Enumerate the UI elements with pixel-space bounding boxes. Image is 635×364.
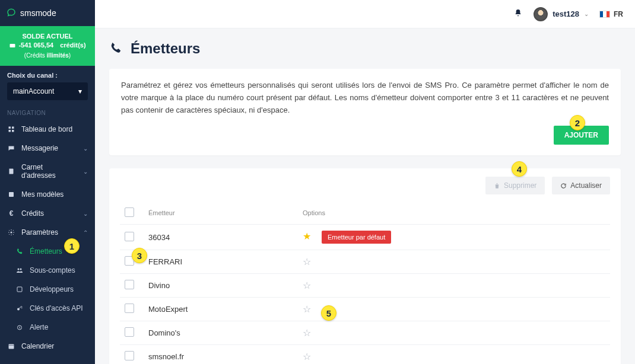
chat-icon bbox=[7, 144, 15, 152]
brand-icon bbox=[7, 9, 15, 17]
svg-point-7 bbox=[18, 269, 20, 270]
trash-icon bbox=[494, 183, 500, 189]
balance-note: (Crédits illimités) bbox=[5, 52, 90, 60]
row-checkbox[interactable] bbox=[125, 327, 134, 337]
nav-subaccounts[interactable]: Sous-comptes bbox=[0, 261, 95, 280]
channel-picker: Choix du canal : mainAccount ▾ bbox=[0, 66, 95, 100]
nav-calendar[interactable]: Calendrier bbox=[0, 337, 95, 356]
avatar bbox=[534, 7, 548, 21]
balance-title: SOLDE ACTUEL bbox=[5, 32, 90, 41]
book-icon bbox=[7, 167, 15, 175]
svg-rect-5 bbox=[9, 192, 14, 197]
svg-rect-1 bbox=[9, 127, 11, 129]
nav-messaging[interactable]: Messagerie⌄ bbox=[0, 139, 95, 158]
svg-point-10 bbox=[17, 308, 20, 311]
page-title-row: Émetteurs bbox=[109, 40, 621, 57]
col-sender: Émetteur bbox=[144, 202, 298, 225]
star-icon[interactable]: ☆ bbox=[303, 328, 311, 338]
svg-point-6 bbox=[11, 232, 12, 234]
flag-fr-icon bbox=[599, 11, 610, 18]
star-icon[interactable]: ☆ bbox=[303, 304, 311, 314]
row-checkbox[interactable] bbox=[125, 232, 134, 241]
users-icon bbox=[15, 266, 24, 274]
channel-select[interactable]: mainAccount ▾ bbox=[7, 82, 88, 100]
table-row: Domino's☆ bbox=[120, 321, 610, 345]
row-checkbox[interactable] bbox=[125, 304, 134, 313]
row-checkbox[interactable] bbox=[125, 351, 134, 360]
svg-rect-3 bbox=[9, 130, 11, 132]
balance-amount: -541 065,54 crédit(s) bbox=[5, 41, 90, 52]
grid-icon bbox=[7, 125, 15, 133]
table-row: MotoExpert☆ bbox=[120, 298, 610, 321]
calendar-icon bbox=[7, 342, 15, 350]
refresh-button[interactable]: Actualiser bbox=[552, 177, 610, 194]
topbar: test128 ⌄ FR bbox=[95, 0, 635, 28]
nav-templates[interactable]: Mes modèles bbox=[0, 185, 95, 204]
col-options: Options bbox=[298, 202, 610, 225]
svg-rect-9 bbox=[17, 287, 22, 292]
star-icon[interactable]: ☆ bbox=[303, 257, 311, 267]
nav-section-label: NAVIGATION bbox=[0, 100, 95, 120]
username: test128 bbox=[553, 9, 579, 18]
chevron-down-icon: ⌄ bbox=[83, 210, 88, 217]
chevron-down-icon: ⌄ bbox=[83, 145, 88, 152]
gear-icon bbox=[7, 228, 15, 237]
annotation-5: 5 bbox=[321, 305, 336, 321]
intro-text: Paramétrez et gérez vos émetteurs person… bbox=[121, 79, 609, 116]
svg-rect-2 bbox=[12, 127, 14, 129]
delete-button[interactable]: Supprimer bbox=[485, 177, 545, 194]
annotation-4: 4 bbox=[512, 161, 527, 177]
template-icon bbox=[7, 190, 15, 199]
nav-dashboard[interactable]: Tableau de bord bbox=[0, 120, 95, 139]
nav-list: Tableau de bord Messagerie⌄ Carnet d'adr… bbox=[0, 120, 95, 356]
star-icon[interactable]: ☆ bbox=[303, 352, 311, 362]
senders-table: Émetteur Options 36034★Emetteur par défa… bbox=[120, 202, 610, 364]
annotation-3: 3 bbox=[132, 248, 147, 263]
row-checkbox[interactable] bbox=[125, 280, 134, 289]
nav-developers[interactable]: Développeurs bbox=[0, 280, 95, 299]
row-sender-name: FERRARI bbox=[144, 250, 298, 274]
table-toolbar: Supprimer Actualiser bbox=[120, 177, 610, 194]
balance-box: SOLDE ACTUEL -541 065,54 crédit(s) (Créd… bbox=[0, 26, 95, 66]
default-badge: Emetteur par défaut bbox=[322, 231, 391, 244]
table-row: smsnoel.fr☆ bbox=[120, 345, 610, 364]
table-row: FERRARI☆ bbox=[120, 250, 610, 274]
nav-apikeys[interactable]: Clés d'accès API bbox=[0, 299, 95, 318]
star-icon[interactable]: ★ bbox=[303, 231, 311, 241]
credit-icon bbox=[9, 42, 16, 49]
content: Émetteurs Paramétrez et gérez vos émette… bbox=[95, 28, 635, 364]
select-all-checkbox[interactable] bbox=[125, 207, 134, 217]
lang-switch[interactable]: FR bbox=[599, 10, 623, 18]
svg-rect-4 bbox=[12, 130, 14, 132]
main-area: test128 ⌄ FR Émetteurs Paramétrez et gér… bbox=[95, 0, 635, 364]
table-row: 36034★Emetteur par défaut bbox=[120, 225, 610, 250]
nav-alert[interactable]: Alerte bbox=[0, 318, 95, 337]
nav-credits[interactable]: €Crédits⌄ bbox=[0, 204, 95, 223]
table-row: Divino☆ bbox=[120, 274, 610, 298]
page-title: Émetteurs bbox=[131, 40, 200, 57]
nav-addressbook[interactable]: Carnet d'adresses⌄ bbox=[0, 158, 95, 185]
row-sender-name: Divino bbox=[144, 274, 298, 298]
brand-text: smsmode bbox=[20, 8, 56, 18]
phone-icon bbox=[109, 41, 122, 56]
phone-icon bbox=[15, 247, 24, 256]
svg-rect-0 bbox=[10, 44, 15, 47]
code-icon bbox=[15, 285, 24, 293]
chevron-up-icon: ⌃ bbox=[83, 229, 88, 236]
chevron-down-icon: ⌄ bbox=[83, 168, 88, 175]
brand-row[interactable]: smsmode bbox=[0, 0, 95, 26]
sidebar: smsmode SOLDE ACTUEL -541 065,54 crédit(… bbox=[0, 0, 95, 364]
clock-icon bbox=[15, 323, 24, 331]
nav-senders[interactable]: Émetteurs bbox=[0, 242, 95, 261]
intro-card: Paramétrez et gérez vos émetteurs person… bbox=[109, 69, 621, 155]
table-card: Supprimer Actualiser Émetteur Options bbox=[109, 168, 621, 364]
row-sender-name: Domino's bbox=[144, 321, 298, 345]
star-icon[interactable]: ☆ bbox=[303, 280, 311, 290]
chevron-down-icon: ⌄ bbox=[584, 11, 589, 17]
nav-settings[interactable]: Paramètres⌃ bbox=[0, 223, 95, 242]
annotation-2: 2 bbox=[570, 115, 585, 130]
row-sender-name: MotoExpert bbox=[144, 298, 298, 321]
bell-icon[interactable] bbox=[513, 8, 523, 20]
euro-icon: € bbox=[7, 209, 15, 218]
user-menu[interactable]: test128 ⌄ bbox=[534, 7, 589, 21]
